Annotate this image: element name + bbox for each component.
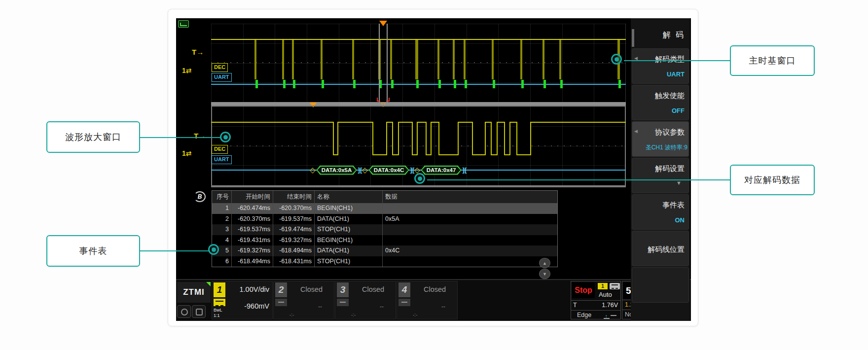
- channel-1-section[interactable]: 1BwL1:11.00V/div-960mV: [212, 281, 273, 319]
- status-bar: ZTMI 1BwL1:11.00V/div-960mV2Closed-:---3…: [176, 279, 691, 321]
- zoom-trigger-marker[interactable]: T→: [194, 132, 206, 140]
- table-row[interactable]: 3-619.537ms-619.474msSTOP(CH1): [212, 224, 557, 235]
- uart-low-segment: [438, 122, 459, 155]
- column-header: 结束时间: [273, 191, 315, 203]
- zoom-region-marker-icon[interactable]: [379, 21, 387, 26]
- decode-bubble: DATA:0x47: [421, 166, 462, 175]
- trigger-status-panel[interactable]: Stop 1 Auto T 1.76V Edge ↑: [571, 281, 621, 319]
- menu-button-empty[interactable]: [632, 267, 689, 303]
- table-cell: DATA(CH1): [315, 214, 383, 225]
- menu-panel: 解 码 ◀解码类型UART触发使能OFF◀协议参数圣CH1 波特率:9解码设置▼…: [631, 18, 690, 321]
- table-row[interactable]: 6-618.494ms-618.431msSTOP(CH1): [212, 256, 557, 267]
- table-scroll-down-button[interactable]: ▼: [539, 269, 550, 279]
- uart-low-segment: [372, 122, 387, 155]
- dc-coupling-icon: [214, 299, 225, 306]
- touch-gesture-icon[interactable]: [177, 305, 191, 318]
- run-state-indicator[interactable]: Stop: [572, 282, 595, 298]
- table-cell: [383, 203, 557, 214]
- menu-button-value: UART: [667, 70, 685, 78]
- menu-button-value: OFF: [672, 107, 685, 114]
- decode-bit-tick: [391, 80, 394, 88]
- channel-closed-label: Closed: [300, 285, 323, 293]
- brand-logo-text: ZTMI: [177, 282, 211, 303]
- trigger-marker[interactable]: T→: [192, 48, 204, 56]
- zoom-uart-label: UART: [212, 155, 232, 164]
- trigger-level-value: 1.76V: [602, 301, 618, 310]
- channel-4-section[interactable]: 4Closed-:---: [397, 281, 458, 319]
- zoom-channel1-position-marker[interactable]: 1⇄: [182, 149, 192, 157]
- callout-marker-zoom-window: [220, 132, 231, 142]
- table-cell: -619.537ms: [232, 224, 273, 235]
- menu-button-3[interactable]: ◀协议参数圣CH1 波特率:9: [632, 121, 689, 157]
- channel-sub-value: -:-: [413, 312, 417, 317]
- menu-scrollbar[interactable]: [632, 29, 634, 47]
- channel-1-badge: 1: [214, 282, 225, 297]
- table-cell: -619.431ms: [232, 235, 273, 246]
- scroll-up-icon: ▲: [542, 261, 547, 266]
- callout-zoom-window: 波形放大窗口: [46, 121, 140, 153]
- table-cell: -618.494ms: [232, 256, 273, 267]
- zoom-region-right-edge[interactable]: [387, 24, 388, 102]
- signal-pulse: [437, 40, 439, 79]
- column-header: 序号: [212, 191, 232, 203]
- menu-button-4[interactable]: 解码设置▼: [632, 158, 689, 193]
- channel-2-section[interactable]: 2Closed-:---: [273, 281, 334, 319]
- menu-button-1[interactable]: ◀解码类型UART: [632, 48, 689, 84]
- stop-bracket-icon: ][: [463, 165, 467, 175]
- table-cell: -618.431ms: [273, 256, 315, 267]
- uart-label: UART: [212, 73, 232, 82]
- uart-low-segment: [426, 122, 432, 155]
- channel1-position-marker[interactable]: 1⇄: [182, 67, 192, 74]
- touch-screen-icon[interactable]: [192, 305, 206, 318]
- callout-main-timebase-text: 主时基窗口: [749, 55, 796, 67]
- channel-dash-value: --: [380, 303, 384, 310]
- decode-bit-tick: [521, 80, 524, 88]
- table-header-row: 序号开始时间结束时间名称数据: [212, 191, 557, 203]
- decode-bit-tick: [293, 80, 295, 88]
- signal-pulse: [464, 40, 466, 79]
- decode-bit-tick: [618, 80, 621, 88]
- coupling-off-icon: [275, 299, 287, 306]
- start-bit-icon: ◇: [310, 165, 316, 175]
- channel-3-badge: 3: [337, 282, 349, 297]
- decode-bubble-text: DATA:0x5A: [317, 166, 357, 175]
- table-row[interactable]: 2-620.370ms-619.537msDATA(CH1)0x5A: [212, 214, 557, 225]
- decode-bit-tick: [543, 80, 546, 88]
- table-cell: 0x4C: [383, 245, 557, 256]
- table-cell: -620.474ms: [232, 203, 273, 214]
- decode-bit-tick: [493, 80, 495, 88]
- bandwidth-limit-label: BwL: [214, 308, 222, 313]
- stop-bracket-icon: ][: [410, 165, 415, 175]
- table-cell: BEGIN(CH1): [315, 203, 383, 214]
- decode-bit-tick: [465, 80, 467, 88]
- callout-marker-main-timebase: [611, 54, 622, 65]
- signal-pulse: [492, 40, 494, 79]
- uart-low-segment: [516, 122, 531, 155]
- menu-title: 解 码: [663, 30, 685, 40]
- menu-button-2[interactable]: 触发使能OFF: [632, 85, 689, 120]
- zoom-dec-label: DEC: [212, 145, 228, 154]
- callout-event-table-text: 事件表: [79, 245, 108, 257]
- signal-pulse: [282, 40, 284, 79]
- table-scroll-up-button[interactable]: ▲: [539, 258, 550, 268]
- decode-bit-tick: [353, 80, 356, 88]
- bus-icon: B: [194, 191, 206, 202]
- table-cell: -619.327ms: [232, 245, 273, 256]
- table-row[interactable]: 4-619.431ms-619.327msBEGIN(CH1): [212, 235, 557, 246]
- callout-zoom-window-text: 波形放大窗口: [65, 131, 121, 143]
- table-row[interactable]: 1-620.474ms-620.370msBEGIN(CH1): [212, 203, 557, 214]
- zoom-region-left-edge[interactable]: [379, 24, 380, 102]
- table-cell: 2: [212, 214, 232, 225]
- callout-line-decode-data: [427, 179, 730, 180]
- signal-pulse: [390, 40, 392, 79]
- uart-low-segment: [491, 122, 498, 155]
- menu-button-5[interactable]: 事件表ON: [632, 194, 689, 230]
- scroll-down-icon: ▼: [542, 272, 547, 277]
- menu-button-value: 圣CH1 波特率:9: [646, 143, 687, 152]
- zoom-center-axis: [211, 145, 626, 146]
- window-separator: [211, 102, 626, 105]
- channel-3-section[interactable]: 3Closed-:---: [335, 281, 396, 319]
- menu-button-6[interactable]: 解码线位置: [632, 231, 689, 266]
- decode-bit-tick: [454, 80, 456, 88]
- table-row[interactable]: 5-619.327ms-618.494msDATA(CH1)0x4C: [212, 245, 557, 256]
